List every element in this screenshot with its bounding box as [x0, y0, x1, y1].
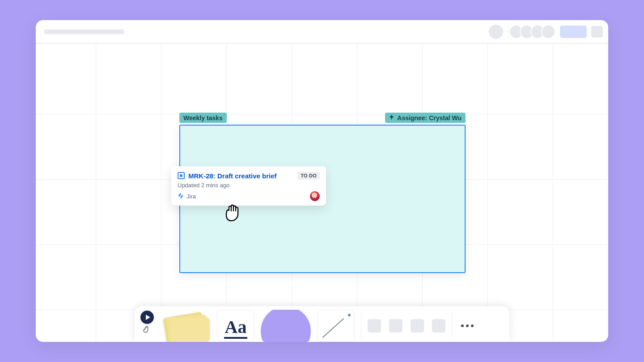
tool-placeholder[interactable] [389, 319, 402, 333]
issue-status-badge: TO DO [297, 172, 320, 180]
toolbar-divider [361, 313, 361, 338]
connector-tool[interactable] [317, 310, 355, 342]
toolbar-extra-tools [368, 319, 445, 333]
topbar-menu-button[interactable] [591, 26, 603, 38]
tool-placeholder[interactable] [432, 319, 445, 333]
text-tool[interactable]: Aa [217, 310, 254, 342]
board-title-placeholder [44, 29, 124, 34]
section-smart-filter-tag[interactable]: Assignee: Crystal Wu [385, 113, 466, 123]
tool-placeholder[interactable] [411, 319, 424, 333]
section-smart-filter-label: Assignee: Crystal Wu [397, 114, 462, 122]
text-tool-glyph: Aa [224, 318, 248, 339]
pointer-mode-button[interactable] [140, 311, 154, 324]
canvas-toolbar: Aa [135, 306, 509, 342]
presence-avatar[interactable] [489, 25, 503, 39]
shape-tool[interactable] [261, 310, 311, 342]
jira-logo-icon [178, 193, 184, 200]
issue-source-app: Jira [178, 193, 196, 200]
top-bar [36, 20, 608, 43]
presence-stack[interactable] [513, 25, 555, 39]
jira-story-icon [178, 172, 185, 179]
share-button[interactable] [560, 25, 587, 38]
topbar-actions [489, 25, 603, 39]
assignee-avatar[interactable] [310, 191, 320, 201]
whiteboard-panel: Weekly tasks Assignee: Crystal Wu MRK-28… [36, 20, 608, 342]
sticky-note-tool[interactable] [161, 310, 211, 342]
issue-updated-text: Updated 2 mins ago [178, 182, 320, 189]
topbar-divider [508, 25, 508, 38]
issue-source-app-label: Jira [186, 193, 196, 200]
toolbar-more-button[interactable] [458, 324, 476, 327]
hand-mode-button[interactable] [143, 325, 152, 336]
tool-placeholder[interactable] [368, 319, 381, 333]
section-title-tag[interactable]: Weekly tasks [179, 113, 227, 123]
toolbar-divider [452, 313, 452, 338]
lightning-icon [389, 114, 394, 122]
jira-issue-card[interactable]: MRK-28: Draft creative brief TO DO Updat… [171, 166, 326, 206]
presence-avatar [541, 25, 555, 39]
issue-title: MRK-28: Draft creative brief [188, 172, 294, 180]
